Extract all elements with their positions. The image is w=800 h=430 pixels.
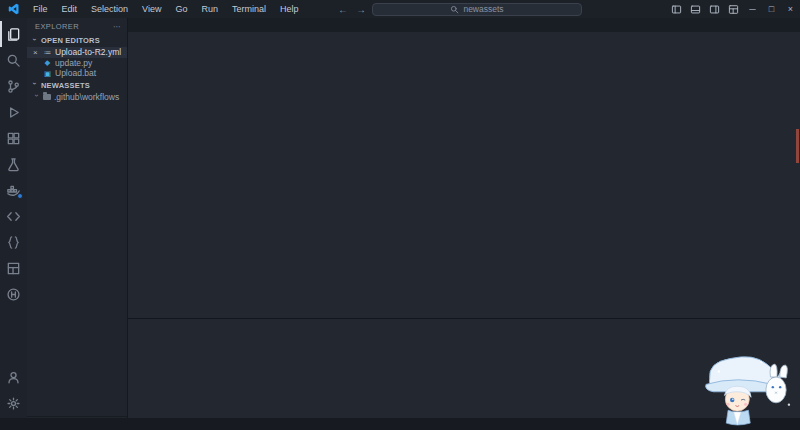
menu-go[interactable]: Go (169, 2, 193, 16)
activity-remote-explorer[interactable] (0, 203, 27, 229)
file-tree: ›.github\workflows (27, 92, 127, 103)
vscode-logo (7, 3, 21, 15)
breadcrumb[interactable] (128, 32, 800, 41)
menu-file[interactable]: File (27, 2, 54, 16)
bat-file-icon: ▣ (43, 69, 52, 78)
toggle-secondary-sidebar-icon[interactable] (705, 0, 724, 18)
activity-ros[interactable] (0, 281, 27, 307)
window-controls: ─ □ × (667, 0, 800, 18)
activity-account[interactable] (0, 364, 27, 390)
activity-testing[interactable] (0, 151, 27, 177)
forward-arrow-icon[interactable]: → (356, 4, 366, 15)
ros-icon (6, 287, 21, 302)
search-icon (6, 53, 21, 68)
search-icon (450, 5, 459, 14)
chevron-down-icon: › (31, 38, 37, 45)
toggle-panel-icon[interactable] (686, 0, 705, 18)
open-editor-item[interactable]: ▣Upload.bat (27, 68, 127, 79)
customize-layout-icon[interactable] (724, 0, 743, 18)
folder-icon (43, 94, 51, 100)
titlebar: FileEditSelectionViewGoRunTerminalHelp ←… (0, 0, 800, 18)
activity-search[interactable] (0, 47, 27, 73)
command-center-search[interactable]: newassets (372, 3, 582, 16)
open-editors-header[interactable]: › OPEN EDITORS (27, 34, 127, 47)
menu-terminal[interactable]: Terminal (226, 2, 272, 16)
minimize-button[interactable]: ─ (743, 0, 762, 18)
activity-extensions[interactable] (0, 125, 27, 151)
status-bar (0, 418, 800, 430)
toggle-sidebar-icon[interactable] (667, 0, 686, 18)
activity-explorer[interactable] (0, 21, 27, 47)
activity-run-debug[interactable] (0, 99, 27, 125)
history-arrows: ← → (338, 0, 366, 18)
activity-layouts[interactable] (0, 255, 27, 281)
account-icon (6, 370, 21, 385)
close-button[interactable]: × (781, 0, 800, 18)
maximize-button[interactable]: □ (762, 0, 781, 18)
chevron-down-icon: › (31, 82, 37, 89)
menu-selection[interactable]: Selection (85, 2, 134, 16)
open-editor-label: update.py (55, 58, 92, 68)
close-icon[interactable]: × (33, 48, 40, 57)
run-debug-icon (6, 105, 21, 120)
snippets-icon (6, 235, 21, 250)
chevron-icon: › (33, 94, 39, 101)
remote-explorer-icon (6, 209, 21, 224)
activity-snippets[interactable] (0, 229, 27, 255)
menu-view[interactable]: View (136, 2, 167, 16)
activity-bar (0, 18, 27, 418)
file-label: .github\workflows (54, 92, 119, 102)
menu-edit[interactable]: Edit (56, 2, 84, 16)
bottom-panel (128, 318, 800, 418)
explorer-icon (6, 27, 21, 42)
open-editors-list: ×≔Upload-to-R2.yml.github\workfl...◆upda… (27, 47, 127, 79)
scrollbar-marker[interactable] (796, 129, 799, 163)
settings-icon (6, 396, 21, 411)
folder--github-workflows[interactable]: ›.github\workflows (27, 92, 127, 103)
open-editor-item[interactable]: ◆update.py (27, 58, 127, 69)
explorer-title: EXPLORER (35, 22, 79, 31)
python-file-icon: ◆ (43, 58, 52, 67)
source-control-icon (6, 79, 21, 94)
activity-source-control[interactable] (0, 73, 27, 99)
activity-docker[interactable] (0, 177, 27, 203)
layouts-icon (6, 261, 21, 276)
extensions-icon (6, 131, 21, 146)
project-root-header[interactable]: › NEWASSETS (27, 79, 127, 92)
menu-run[interactable]: Run (195, 2, 224, 16)
open-editor-label: Upload.bat (55, 68, 96, 78)
panel-header (128, 319, 800, 333)
vscode-window: FileEditSelectionViewGoRunTerminalHelp ←… (0, 0, 800, 430)
terminal-output[interactable] (128, 333, 800, 418)
open-editor-item[interactable]: ×≔Upload-to-R2.yml.github\workfl... (27, 47, 127, 58)
menu-help[interactable]: Help (274, 2, 305, 16)
open-editor-label: Upload-to-R2.yml (55, 47, 121, 57)
editor[interactable] (128, 41, 800, 318)
menu-bar: FileEditSelectionViewGoRunTerminalHelp (27, 2, 304, 16)
tab-bar (128, 18, 800, 32)
sidebar-explorer: EXPLORER ⋯ › OPEN EDITORS ×≔Upload-to-R2… (27, 18, 128, 418)
open-editor-path: .github\workfl... (124, 48, 125, 57)
badge-dot (17, 193, 23, 199)
yaml-file-icon: ≔ (43, 48, 52, 57)
activity-settings[interactable] (0, 390, 27, 416)
search-text: newassets (463, 4, 503, 14)
back-arrow-icon[interactable]: ← (338, 4, 348, 15)
explorer-more-icon[interactable]: ⋯ (113, 22, 121, 31)
testing-icon (6, 157, 21, 172)
